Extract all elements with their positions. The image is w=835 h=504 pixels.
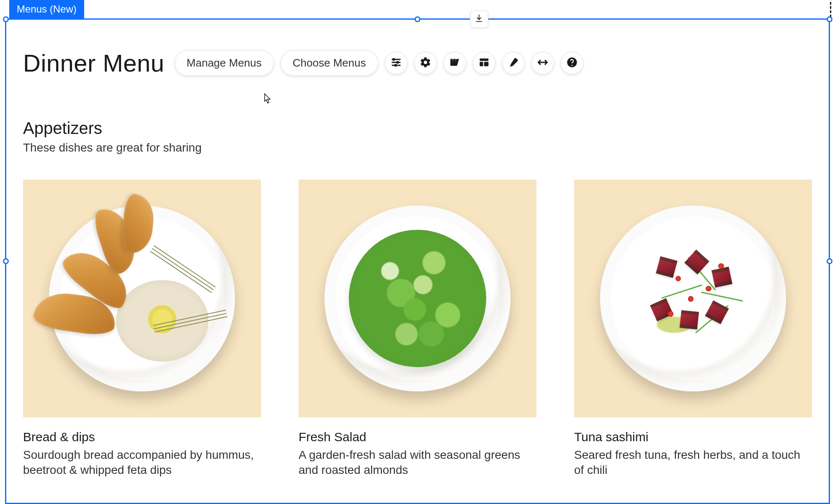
floating-toolbar: Manage Menus Choose Menus <box>175 50 583 76</box>
menu-item-description: Sourdough bread accompanied by hummus, b… <box>23 447 261 478</box>
choose-menus-button[interactable]: Choose Menus <box>281 50 378 76</box>
choose-menus-label: Choose Menus <box>293 57 366 69</box>
layout-button[interactable] <box>473 52 495 75</box>
sliders-icon <box>390 57 402 69</box>
top-right-indicator <box>830 2 831 17</box>
manage-menus-label: Manage Menus <box>187 57 262 69</box>
layout-icon <box>478 57 490 69</box>
menu-item-image <box>574 180 812 417</box>
menu-item-name: Bread & dips <box>23 430 261 444</box>
section-title: Appetizers <box>23 119 812 138</box>
svg-rect-4 <box>479 62 483 67</box>
design-button[interactable] <box>502 52 525 75</box>
menu-item-image <box>299 180 536 417</box>
widget-tag[interactable]: Menus (New) <box>9 0 84 19</box>
menu-item-name: Tuna sashimi <box>574 430 812 444</box>
help-button[interactable] <box>561 52 583 75</box>
stretch-button[interactable] <box>531 52 554 75</box>
menu-item-card[interactable]: Fresh Salad A garden-fresh salad with se… <box>299 180 536 478</box>
download-button[interactable] <box>470 10 488 28</box>
section-subtitle: These dishes are great for sharing <box>23 141 812 154</box>
svg-point-0 <box>393 59 394 60</box>
help-icon <box>566 57 578 69</box>
manage-menus-button[interactable]: Manage Menus <box>175 50 274 76</box>
menu-item-name: Fresh Salad <box>299 430 536 444</box>
widget-tag-label: Menus (New) <box>17 3 77 15</box>
brush-icon <box>508 57 519 69</box>
cursor-pointer-icon <box>261 93 273 108</box>
widget-content: Dinner Menu Manage Menus Choose Menus <box>6 20 829 503</box>
svg-rect-5 <box>484 62 489 67</box>
stretch-horizontal-icon <box>537 57 549 69</box>
download-icon <box>474 14 484 25</box>
settings-button[interactable] <box>414 52 437 75</box>
page-title: Dinner Menu <box>23 49 165 77</box>
menu-item-card[interactable]: Bread & dips Sourdough bread accompanied… <box>23 180 261 478</box>
animation-icon <box>449 57 461 69</box>
svg-point-2 <box>395 64 397 66</box>
menu-item-description: A garden-fresh salad with seasonal green… <box>299 447 536 478</box>
menu-item-description: Seared fresh tuna, fresh herbs, and a to… <box>574 447 812 478</box>
filters-button[interactable] <box>385 52 407 75</box>
gear-icon <box>420 57 431 69</box>
items-grid: Bread & dips Sourdough bread accompanied… <box>23 180 812 478</box>
menu-item-image <box>23 180 261 417</box>
svg-rect-3 <box>479 59 488 61</box>
menu-item-card[interactable]: Tuna sashimi Seared fresh tuna, fresh he… <box>574 180 812 478</box>
animation-button[interactable] <box>443 52 466 75</box>
svg-point-1 <box>397 62 398 63</box>
selection-frame: Dinner Menu Manage Menus Choose Menus <box>5 18 830 504</box>
